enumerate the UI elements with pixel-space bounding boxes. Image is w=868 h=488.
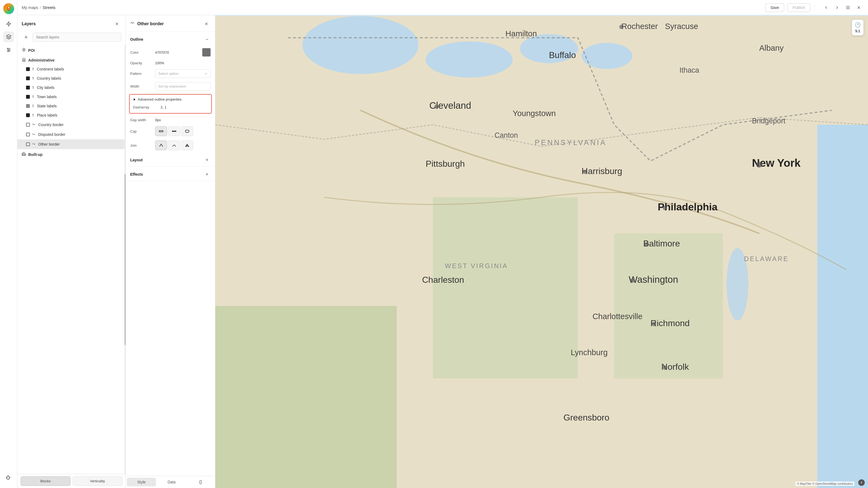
text-type-icon: T — [32, 76, 34, 80]
layer-group-administrative[interactable]: Administrative — [18, 55, 126, 65]
verticality-tab[interactable]: Verticality — [73, 476, 123, 486]
cap-flat-button[interactable] — [168, 126, 180, 136]
layer-color-dot — [26, 76, 30, 80]
layer-checkbox[interactable] — [26, 133, 30, 136]
layer-name: Town labels — [37, 95, 57, 99]
layout-section-header: Layout + — [126, 152, 215, 166]
tab-style[interactable]: Style — [127, 478, 156, 486]
svg-rect-20 — [22, 153, 23, 156]
pattern-select[interactable]: Select option — [155, 69, 211, 78]
join-miter-button[interactable] — [155, 140, 167, 150]
svg-point-71 — [583, 170, 587, 174]
cap-square-button[interactable] — [155, 126, 167, 136]
tab-code[interactable]: {} — [186, 476, 215, 488]
list-item[interactable]: T Country labels — [18, 74, 126, 83]
close-header-button[interactable] — [854, 3, 864, 12]
color-preview[interactable] — [202, 48, 211, 57]
opacity-label: Opacity — [130, 61, 152, 65]
map-area[interactable]: Toronto Hamilton Rochester Buffalo Syrac… — [215, 15, 868, 488]
svg-text:Greensboro: Greensboro — [563, 413, 609, 422]
puzzle-icon-btn[interactable] — [3, 473, 14, 484]
list-item[interactable]: T Town labels — [18, 92, 126, 101]
map-zoom-control: 🕐 5.1 — [852, 20, 864, 35]
advanced-outline-header[interactable]: Advanced outline properties — [133, 97, 208, 101]
color-row: Color #707070 — [126, 46, 215, 59]
layer-name: State labels — [37, 104, 57, 108]
width-row: Width Set by expression — [126, 80, 215, 93]
add-layer-button[interactable] — [22, 33, 30, 41]
text-type-icon: T — [32, 104, 34, 108]
list-item[interactable]: T State labels — [18, 101, 126, 110]
publish-button[interactable]: Publish — [787, 3, 810, 12]
tab-data[interactable]: Data — [157, 476, 186, 488]
menu-button[interactable] — [843, 3, 853, 12]
svg-text:Charleston: Charleston — [422, 275, 464, 285]
layer-name: Place labels — [37, 113, 58, 118]
icon-bar — [0, 0, 18, 488]
svg-point-6 — [7, 48, 8, 49]
layer-checkbox[interactable] — [26, 142, 30, 146]
pattern-row: Pattern Select option — [126, 67, 215, 80]
search-input[interactable] — [33, 33, 121, 42]
join-bevel-button[interactable] — [181, 140, 193, 150]
join-round-button[interactable] — [168, 140, 180, 150]
dasharray-value: 2, 1 — [161, 105, 166, 109]
layer-checkbox[interactable] — [26, 123, 30, 127]
list-item[interactable]: T Place labels — [18, 110, 126, 120]
layer-group-poi[interactable]: POI — [18, 45, 126, 55]
list-item[interactable]: 〜 Other border — [18, 139, 126, 149]
svg-point-69 — [619, 25, 624, 29]
line-type-icon: 〜 — [32, 142, 35, 147]
layers-icon-btn[interactable] — [3, 31, 14, 42]
svg-marker-1 — [6, 22, 10, 26]
cap-round-button[interactable] — [181, 126, 193, 136]
svg-rect-38 — [817, 125, 868, 488]
layer-name: Country border — [38, 123, 63, 127]
width-expression-button[interactable]: Set by expression — [155, 82, 211, 91]
breadcrumb-separator: / — [40, 5, 41, 10]
color-value: #707070 — [155, 51, 199, 55]
layer-group-builtup[interactable]: Built-up — [18, 149, 126, 159]
join-row: Join — [126, 138, 215, 152]
svg-rect-40 — [614, 233, 723, 379]
back-button[interactable] — [822, 3, 831, 12]
layout-add-button[interactable]: + — [203, 156, 211, 164]
svg-text:Washington: Washington — [629, 274, 678, 285]
list-item[interactable]: T Continent labels — [18, 65, 126, 74]
layers-close-button[interactable] — [113, 20, 121, 28]
svg-text:Harrisburg: Harrisburg — [582, 166, 622, 176]
admin-group-icon — [22, 58, 26, 63]
svg-text:Ithaca: Ithaca — [680, 66, 699, 74]
effects-add-button[interactable]: + — [203, 170, 211, 178]
scroll-thumb — [124, 174, 126, 346]
layout-section: Layout + — [126, 152, 215, 167]
list-item[interactable]: 〜 Country border — [18, 120, 126, 130]
blocks-tab[interactable]: Blocks — [21, 476, 70, 486]
breadcrumb-link[interactable]: My maps — [22, 5, 38, 10]
svg-point-77 — [663, 365, 667, 370]
map-info-button[interactable]: i — [858, 479, 865, 486]
svg-point-76 — [652, 322, 656, 326]
forward-button[interactable] — [832, 3, 842, 12]
save-button[interactable]: Save — [765, 3, 784, 12]
outline-collapse-button[interactable]: − — [203, 35, 211, 43]
svg-rect-26 — [159, 131, 163, 132]
properties-scroll: Outline − Color #707070 Opacity 100% — [126, 32, 215, 476]
list-item[interactable]: T City labels — [18, 83, 126, 92]
gap-width-row: Gap width 0px — [126, 116, 215, 124]
list-item[interactable]: 〜 Disputed border — [18, 130, 126, 139]
svg-text:Richmond: Richmond — [650, 318, 689, 328]
svg-text:Hamilton: Hamilton — [505, 29, 537, 38]
properties-close-button[interactable] — [202, 20, 211, 28]
svg-point-75 — [630, 279, 634, 283]
gap-width-value: 0px — [155, 118, 211, 122]
opacity-row: Opacity 100% — [126, 59, 215, 67]
svg-point-70 — [434, 104, 439, 109]
text-type-icon: T — [32, 95, 34, 99]
lightning-icon-btn[interactable] — [3, 19, 14, 29]
app-logo[interactable] — [3, 3, 14, 14]
layer-name: City labels — [37, 86, 55, 90]
svg-text:Youngstown: Youngstown — [513, 109, 556, 118]
svg-point-73 — [756, 162, 762, 167]
adjustments-icon-btn[interactable] — [3, 44, 14, 55]
